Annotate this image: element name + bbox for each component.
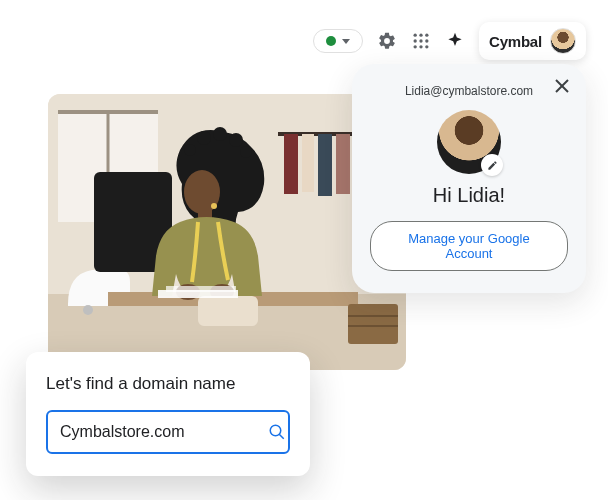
top-toolbar: Cymbal xyxy=(313,22,586,60)
search-icon[interactable] xyxy=(268,422,286,442)
svg-rect-22 xyxy=(348,304,398,344)
svg-point-33 xyxy=(211,203,217,209)
svg-point-27 xyxy=(184,144,196,156)
brand-pill[interactable]: Cymbal xyxy=(479,22,586,60)
svg-point-6 xyxy=(414,45,417,48)
settings-icon[interactable] xyxy=(377,31,397,51)
account-card: Lidia@cymbalstore.com Hi Lidia! Manage y… xyxy=(352,64,586,293)
svg-point-29 xyxy=(213,127,227,141)
manage-account-button[interactable]: Manage your Google Account xyxy=(370,221,568,271)
svg-rect-13 xyxy=(302,134,314,192)
domain-search-heading: Let's find a domain name xyxy=(46,374,290,394)
apps-grid-icon[interactable] xyxy=(411,31,431,51)
svg-point-25 xyxy=(83,305,93,315)
svg-point-7 xyxy=(419,45,422,48)
avatar-small xyxy=(550,28,576,54)
close-icon[interactable] xyxy=(550,74,574,98)
svg-rect-15 xyxy=(336,134,350,194)
svg-point-0 xyxy=(414,34,417,37)
caret-down-icon xyxy=(342,39,350,44)
avatar-large-wrap xyxy=(437,110,501,174)
svg-rect-12 xyxy=(284,134,298,194)
svg-line-43 xyxy=(279,434,284,439)
svg-point-1 xyxy=(419,34,422,37)
svg-point-42 xyxy=(270,425,281,436)
sparkle-icon[interactable] xyxy=(445,31,465,51)
domain-search-box[interactable] xyxy=(46,410,290,454)
account-greeting: Hi Lidia! xyxy=(433,184,505,207)
svg-point-5 xyxy=(425,39,428,42)
brand-label: Cymbal xyxy=(489,33,542,50)
svg-rect-14 xyxy=(318,134,332,196)
account-email: Lidia@cymbalstore.com xyxy=(405,84,533,98)
status-pill[interactable] xyxy=(313,29,363,53)
svg-point-30 xyxy=(229,133,243,147)
status-dot-icon xyxy=(326,36,336,46)
svg-point-28 xyxy=(197,131,211,145)
edit-avatar-icon[interactable] xyxy=(481,154,503,176)
svg-rect-39 xyxy=(166,286,236,292)
svg-point-31 xyxy=(240,146,252,158)
svg-point-3 xyxy=(414,39,417,42)
svg-point-8 xyxy=(425,45,428,48)
domain-search-input[interactable] xyxy=(60,423,260,441)
svg-rect-37 xyxy=(198,296,258,326)
svg-point-4 xyxy=(419,39,422,42)
svg-point-2 xyxy=(425,34,428,37)
domain-search-card: Let's find a domain name xyxy=(26,352,310,476)
